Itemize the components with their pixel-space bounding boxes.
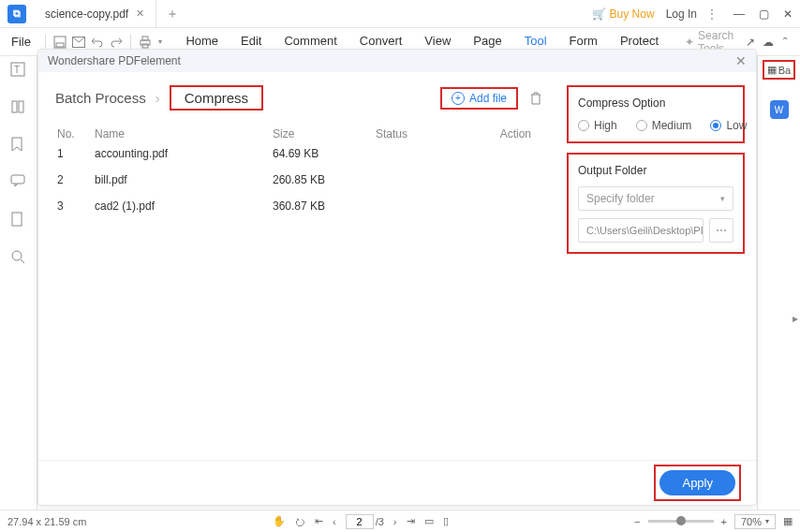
zoom-in-icon[interactable]: + (721, 516, 727, 527)
delete-icon[interactable] (529, 92, 542, 105)
output-path[interactable]: C:\Users\Geili\Desktop\PDFelement\Op (578, 218, 704, 243)
maximize-button[interactable]: ▢ (751, 7, 776, 21)
modal-title: Wondershare PDFelement (48, 54, 181, 67)
svg-point-12 (12, 251, 22, 260)
zoom-value[interactable]: 70% ▾ (734, 514, 776, 529)
menu-edit[interactable]: Edit (241, 34, 261, 50)
main-menu: Home Edit Comment Convert View Page Tool… (185, 34, 659, 50)
fit-width-icon[interactable]: ▭ (424, 515, 434, 527)
page-input[interactable] (346, 514, 374, 529)
minimize-button[interactable]: — (727, 7, 751, 21)
share-icon[interactable]: ↗ (746, 36, 755, 49)
last-page-icon[interactable]: ⇥ (407, 515, 415, 527)
browse-button[interactable]: ⋯ (709, 218, 733, 243)
expand-handle[interactable]: ▸ (791, 300, 800, 337)
search-icon[interactable] (10, 249, 27, 266)
table-row: 2 bill.pdf 260.85 KB (55, 167, 542, 193)
left-sidebar: T (0, 56, 37, 510)
login-link[interactable]: Log In (666, 7, 697, 21)
thumbnail-icon[interactable]: T (10, 62, 27, 79)
svg-rect-9 (19, 101, 23, 112)
folder-select[interactable]: Specify folder ▾ (578, 186, 733, 211)
new-tab-button[interactable]: ＋ (166, 6, 179, 22)
comment-icon[interactable] (10, 174, 27, 191)
menu-page[interactable]: Page (473, 34, 501, 50)
menu-home[interactable]: Home (185, 34, 218, 50)
right-sidebar: ▦ Ba W (757, 56, 800, 510)
breadcrumb: Batch Process › Compress (55, 85, 263, 111)
svg-rect-4 (142, 37, 148, 40)
modal-footer: Apply (38, 460, 756, 505)
modal-header: Wondershare PDFelement ✕ (38, 50, 756, 72)
modal-close-icon[interactable]: ✕ (735, 53, 747, 68)
cart-icon: 🛒 (592, 7, 606, 21)
page-navigation: ✋ ⭮ ⇤ ‹ /3 › ⇥ ▭ ▯ (273, 514, 449, 529)
batch-button[interactable]: ▦ Ba (763, 60, 795, 80)
menu-form[interactable]: Form (570, 34, 598, 50)
svg-rect-10 (11, 175, 24, 184)
radio-low[interactable]: Low (710, 119, 747, 132)
grid-icon: ▦ (767, 64, 777, 76)
apply-button[interactable]: Apply (659, 470, 735, 495)
svg-rect-1 (56, 43, 64, 47)
radio-high[interactable]: High (578, 119, 617, 132)
table-row: 3 cad2 (1).pdf 360.87 KB (55, 193, 542, 219)
select-tool-icon[interactable]: ⭮ (295, 516, 305, 527)
menu-comment[interactable]: Comment (284, 34, 336, 50)
radio-medium[interactable]: Medium (636, 119, 692, 132)
zoom-controls: − + 70% ▾ ▦ (634, 514, 793, 529)
more-icon[interactable]: ⋮ (706, 7, 718, 21)
svg-rect-8 (12, 101, 17, 112)
chevron-icon[interactable]: ⌃ (781, 36, 789, 49)
page-dimensions: 27.94 x 21.59 cm (7, 516, 86, 527)
first-page-icon[interactable]: ⇤ (315, 515, 323, 527)
add-file-button[interactable]: + Add file (440, 87, 518, 110)
word-icon[interactable]: W (770, 100, 789, 119)
breadcrumb-current: Compress (170, 85, 263, 111)
output-folder-panel: Output Folder Specify folder ▾ C:\Users\… (567, 153, 745, 254)
close-window-button[interactable]: ✕ (776, 7, 800, 21)
attachment-icon[interactable] (10, 212, 27, 229)
bookmark-icon[interactable] (10, 137, 27, 154)
svg-line-13 (21, 259, 24, 263)
plus-circle-icon: + (452, 92, 465, 105)
zoom-out-icon[interactable]: − (634, 516, 640, 527)
cloud-icon[interactable]: ☁ (763, 36, 774, 49)
zoom-slider[interactable] (648, 520, 714, 523)
svg-rect-11 (12, 213, 22, 226)
menu-view[interactable]: View (424, 34, 451, 50)
tab-title: science-copy.pdf (45, 7, 128, 21)
wand-icon: ✦ (685, 36, 694, 49)
menu-protect[interactable]: Protect (620, 34, 659, 50)
next-page-icon[interactable]: › (393, 516, 397, 527)
breadcrumb-root[interactable]: Batch Process (55, 90, 146, 106)
layout-icon[interactable]: ▦ (783, 515, 793, 527)
batch-modal: Wondershare PDFelement ✕ Batch Process ›… (37, 49, 757, 506)
menu-convert[interactable]: Convert (360, 34, 403, 50)
buy-now-link[interactable]: 🛒 Buy Now (592, 7, 655, 21)
book-icon[interactable] (10, 99, 27, 116)
document-tab[interactable]: science-copy.pdf ✕ (34, 0, 156, 28)
svg-text:T: T (14, 65, 20, 75)
app-icon: ⧉ (7, 5, 26, 23)
fit-page-icon[interactable]: ▯ (443, 515, 449, 527)
hand-tool-icon[interactable]: ✋ (273, 515, 286, 527)
compress-option-panel: Compress Option High Medium Low (567, 85, 745, 143)
status-bar: 27.94 x 21.59 cm ✋ ⭮ ⇤ ‹ /3 › ⇥ ▭ ▯ − + … (0, 510, 800, 532)
prev-page-icon[interactable]: ‹ (333, 516, 336, 527)
table-header: No. Name Size Status Action (55, 127, 542, 140)
table-row: 1 accounting.pdf 64.69 KB (55, 140, 542, 167)
titlebar: ⧉ science-copy.pdf ✕ ＋ 🛒 Buy Now Log In … (0, 0, 800, 28)
chevron-right-icon: › (156, 90, 160, 106)
file-menu[interactable]: File (4, 35, 38, 49)
close-tab-icon[interactable]: ✕ (136, 7, 144, 20)
chevron-down-icon: ▾ (720, 194, 725, 203)
chevron-down-icon: ▾ (765, 517, 769, 525)
